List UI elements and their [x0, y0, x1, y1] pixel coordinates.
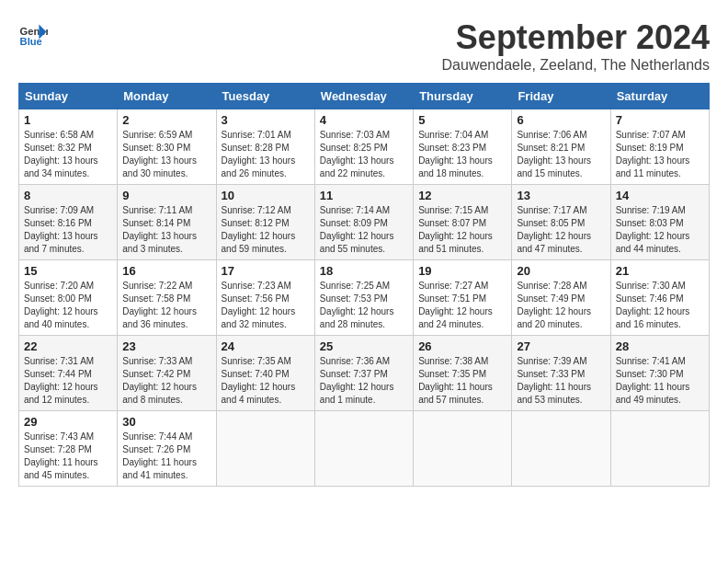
calendar-week-5: 29Sunrise: 7:43 AMSunset: 7:28 PMDayligh… — [19, 411, 710, 487]
day-info: Sunrise: 6:59 AMSunset: 8:30 PMDaylight:… — [122, 129, 210, 180]
day-number: 19 — [418, 264, 506, 278]
day-number: 6 — [517, 113, 605, 127]
calendar-cell: 11Sunrise: 7:14 AMSunset: 8:09 PMDayligh… — [314, 185, 413, 260]
calendar-cell: 10Sunrise: 7:12 AMSunset: 8:12 PMDayligh… — [216, 185, 314, 260]
day-info: Sunrise: 7:33 AMSunset: 7:42 PMDaylight:… — [122, 355, 210, 407]
calendar-cell — [610, 411, 709, 487]
calendar-week-3: 15Sunrise: 7:20 AMSunset: 8:00 PMDayligh… — [19, 260, 710, 336]
calendar-week-2: 8Sunrise: 7:09 AMSunset: 8:16 PMDaylight… — [19, 185, 710, 260]
calendar-table: SundayMondayTuesdayWednesdayThursdayFrid… — [18, 83, 710, 487]
calendar-cell — [216, 411, 314, 487]
day-number: 23 — [122, 339, 210, 353]
weekday-header-monday: Monday — [118, 84, 216, 109]
calendar-cell: 7Sunrise: 7:07 AMSunset: 8:19 PMDaylight… — [610, 109, 709, 185]
day-number: 27 — [517, 339, 605, 353]
day-info: Sunrise: 6:58 AMSunset: 8:32 PMDaylight:… — [24, 129, 112, 180]
calendar-cell: 20Sunrise: 7:28 AMSunset: 7:49 PMDayligh… — [512, 260, 610, 336]
day-info: Sunrise: 7:11 AMSunset: 8:14 PMDaylight:… — [122, 204, 210, 256]
day-number: 14 — [616, 189, 704, 202]
header-row: SundayMondayTuesdayWednesdayThursdayFrid… — [19, 84, 710, 109]
day-number: 29 — [24, 415, 112, 429]
title-section: September 2024 Dauwendaele, Zeeland, The… — [442, 18, 710, 74]
calendar-cell: 25Sunrise: 7:36 AMSunset: 7:37 PMDayligh… — [314, 336, 413, 411]
day-number: 9 — [122, 189, 210, 202]
day-number: 12 — [418, 189, 506, 202]
day-number: 8 — [24, 189, 112, 202]
logo-icon: General Blue — [18, 18, 48, 48]
day-number: 16 — [122, 264, 210, 278]
calendar-cell: 24Sunrise: 7:35 AMSunset: 7:40 PMDayligh… — [216, 336, 314, 411]
calendar-cell: 8Sunrise: 7:09 AMSunset: 8:16 PMDaylight… — [19, 185, 118, 260]
calendar-cell: 15Sunrise: 7:20 AMSunset: 8:00 PMDayligh… — [19, 260, 118, 336]
calendar-week-1: 1Sunrise: 6:58 AMSunset: 8:32 PMDaylight… — [19, 109, 710, 185]
day-info: Sunrise: 7:36 AMSunset: 7:37 PMDaylight:… — [320, 355, 408, 407]
day-number: 7 — [616, 113, 704, 127]
calendar-cell: 18Sunrise: 7:25 AMSunset: 7:53 PMDayligh… — [314, 260, 413, 336]
day-number: 24 — [222, 339, 310, 353]
day-info: Sunrise: 7:22 AMSunset: 7:58 PMDaylight:… — [122, 280, 210, 331]
day-number: 20 — [517, 264, 605, 278]
day-number: 4 — [320, 113, 408, 127]
day-number: 13 — [517, 189, 605, 202]
calendar-cell: 16Sunrise: 7:22 AMSunset: 7:58 PMDayligh… — [118, 260, 216, 336]
day-info: Sunrise: 7:38 AMSunset: 7:35 PMDaylight:… — [418, 355, 506, 407]
calendar-cell: 22Sunrise: 7:31 AMSunset: 7:44 PMDayligh… — [19, 336, 118, 411]
day-info: Sunrise: 7:07 AMSunset: 8:19 PMDaylight:… — [616, 129, 704, 180]
weekday-header-thursday: Thursday — [414, 84, 512, 109]
calendar-cell: 13Sunrise: 7:17 AMSunset: 8:05 PMDayligh… — [512, 185, 610, 260]
calendar-cell: 29Sunrise: 7:43 AMSunset: 7:28 PMDayligh… — [19, 411, 118, 487]
day-info: Sunrise: 7:44 AMSunset: 7:26 PMDaylight:… — [122, 431, 210, 482]
day-info: Sunrise: 7:28 AMSunset: 7:49 PMDaylight:… — [517, 280, 605, 331]
calendar-cell: 30Sunrise: 7:44 AMSunset: 7:26 PMDayligh… — [118, 411, 216, 487]
day-info: Sunrise: 7:14 AMSunset: 8:09 PMDaylight:… — [320, 204, 408, 256]
day-info: Sunrise: 7:35 AMSunset: 7:40 PMDaylight:… — [222, 355, 310, 407]
day-number: 1 — [24, 113, 112, 127]
calendar-subtitle: Dauwendaele, Zeeland, The Netherlands — [442, 57, 710, 74]
calendar-cell: 14Sunrise: 7:19 AMSunset: 8:03 PMDayligh… — [610, 185, 709, 260]
day-number: 5 — [418, 113, 506, 127]
day-info: Sunrise: 7:31 AMSunset: 7:44 PMDaylight:… — [24, 355, 112, 407]
calendar-cell — [414, 411, 512, 487]
day-info: Sunrise: 7:25 AMSunset: 7:53 PMDaylight:… — [320, 280, 408, 331]
day-info: Sunrise: 7:23 AMSunset: 7:56 PMDaylight:… — [222, 280, 310, 331]
day-info: Sunrise: 7:19 AMSunset: 8:03 PMDaylight:… — [616, 204, 704, 256]
calendar-cell: 21Sunrise: 7:30 AMSunset: 7:46 PMDayligh… — [610, 260, 709, 336]
day-number: 11 — [320, 189, 408, 202]
day-number: 3 — [222, 113, 310, 127]
calendar-cell: 17Sunrise: 7:23 AMSunset: 7:56 PMDayligh… — [216, 260, 314, 336]
day-number: 17 — [222, 264, 310, 278]
day-info: Sunrise: 7:27 AMSunset: 7:51 PMDaylight:… — [418, 280, 506, 331]
calendar-cell: 28Sunrise: 7:41 AMSunset: 7:30 PMDayligh… — [610, 336, 709, 411]
day-number: 2 — [122, 113, 210, 127]
day-number: 15 — [24, 264, 112, 278]
calendar-week-4: 22Sunrise: 7:31 AMSunset: 7:44 PMDayligh… — [19, 336, 710, 411]
day-number: 18 — [320, 264, 408, 278]
weekday-header-saturday: Saturday — [610, 84, 709, 109]
day-number: 25 — [320, 339, 408, 353]
day-info: Sunrise: 7:30 AMSunset: 7:46 PMDaylight:… — [616, 280, 704, 331]
calendar-cell: 3Sunrise: 7:01 AMSunset: 8:28 PMDaylight… — [216, 109, 314, 185]
calendar-cell: 26Sunrise: 7:38 AMSunset: 7:35 PMDayligh… — [414, 336, 512, 411]
weekday-header-wednesday: Wednesday — [314, 84, 413, 109]
calendar-cell — [512, 411, 610, 487]
day-info: Sunrise: 7:06 AMSunset: 8:21 PMDaylight:… — [517, 129, 605, 180]
day-info: Sunrise: 7:43 AMSunset: 7:28 PMDaylight:… — [24, 431, 112, 482]
day-number: 21 — [616, 264, 704, 278]
day-number: 28 — [616, 339, 704, 353]
day-info: Sunrise: 7:03 AMSunset: 8:25 PMDaylight:… — [320, 129, 408, 180]
calendar-cell: 6Sunrise: 7:06 AMSunset: 8:21 PMDaylight… — [512, 109, 610, 185]
calendar-cell: 5Sunrise: 7:04 AMSunset: 8:23 PMDaylight… — [414, 109, 512, 185]
day-info: Sunrise: 7:20 AMSunset: 8:00 PMDaylight:… — [24, 280, 112, 331]
calendar-cell — [314, 411, 413, 487]
weekday-header-friday: Friday — [512, 84, 610, 109]
weekday-header-tuesday: Tuesday — [216, 84, 314, 109]
day-info: Sunrise: 7:01 AMSunset: 8:28 PMDaylight:… — [222, 129, 310, 180]
calendar-cell: 1Sunrise: 6:58 AMSunset: 8:32 PMDaylight… — [19, 109, 118, 185]
day-info: Sunrise: 7:39 AMSunset: 7:33 PMDaylight:… — [517, 355, 605, 407]
day-info: Sunrise: 7:04 AMSunset: 8:23 PMDaylight:… — [418, 129, 506, 180]
calendar-cell: 2Sunrise: 6:59 AMSunset: 8:30 PMDaylight… — [118, 109, 216, 185]
page-header: General Blue September 2024 Dauwendaele,… — [18, 18, 710, 74]
logo: General Blue — [18, 18, 48, 48]
day-number: 26 — [418, 339, 506, 353]
weekday-header-sunday: Sunday — [19, 84, 118, 109]
